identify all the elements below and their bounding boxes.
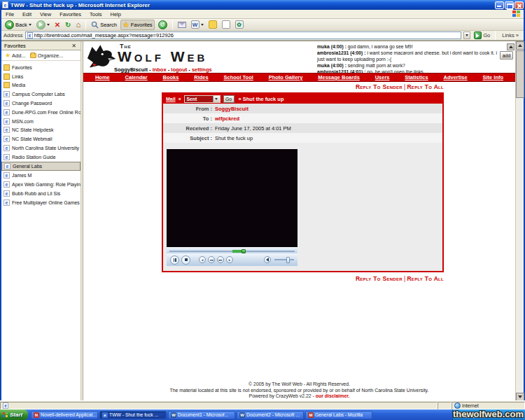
favorites-item[interactable]: NC State Webmail (1, 134, 80, 144)
go-button[interactable]: Go (472, 30, 491, 41)
nav-link[interactable]: Message Boards (318, 74, 360, 80)
nav-link[interactable]: Rides (194, 74, 208, 80)
word-dropdown-icon[interactable] (201, 24, 204, 26)
home-button[interactable]: ⌂ (74, 20, 82, 30)
page-scrollbar[interactable] (515, 41, 524, 401)
organize-favorites-button[interactable]: Organize... (30, 52, 64, 59)
menu-item[interactable]: File (1, 11, 18, 18)
video-screen[interactable] (167, 149, 298, 247)
address-dropdown-button[interactable] (463, 31, 470, 39)
favorites-item[interactable]: Bubb Rubb and Lil Sis (1, 189, 80, 198)
maximize-button[interactable] (505, 1, 514, 9)
header-value[interactable]: Shut the fuck up (215, 135, 253, 141)
links-button[interactable]: Links » (499, 32, 522, 38)
menu-item[interactable]: Help (106, 11, 125, 18)
history-button[interactable]: ↺ (157, 20, 169, 30)
forward-button[interactable] (35, 20, 51, 30)
header-value[interactable]: wlfpckred (215, 115, 239, 122)
back-dropdown-icon[interactable] (29, 24, 31, 26)
edit-with-word-button[interactable]: W (190, 20, 205, 30)
reply-to-sender-link[interactable]: Reply To Sender (356, 83, 402, 90)
mail-folder-select[interactable]: Sent (184, 95, 220, 103)
start-button[interactable]: Start (0, 410, 28, 420)
stop-button[interactable]: ✕ (53, 20, 62, 30)
nav-link[interactable]: Books (162, 74, 178, 80)
seek-thumb[interactable] (241, 249, 246, 254)
mail-go-button[interactable]: Go (223, 95, 234, 103)
next-button[interactable]: ▸ (226, 256, 233, 263)
scroll-thumb[interactable] (516, 50, 524, 98)
volume-slider[interactable] (274, 259, 294, 260)
pause-button[interactable] (170, 255, 179, 265)
msn-button[interactable]: ✿ (234, 20, 245, 30)
close-favorites-icon[interactable]: ✕ (70, 43, 78, 49)
mail-link[interactable]: Mail (166, 97, 176, 102)
nav-link[interactable]: School Tool (223, 74, 253, 80)
nav-link[interactable]: Statistics (405, 74, 428, 80)
favorites-item[interactable]: James M (1, 171, 80, 180)
select-dropdown-icon[interactable] (213, 96, 220, 102)
inbox-link[interactable]: inbox (153, 66, 167, 73)
taskbar-task[interactable]: W Document1 - Microsof... (168, 411, 235, 419)
favorites-item[interactable]: North Carolina State University (1, 144, 80, 153)
reply-to-all-link[interactable]: Reply To All (407, 275, 444, 282)
fast-forward-button[interactable]: ▸▸ (217, 256, 224, 263)
chat-scroll-up-button[interactable] (507, 43, 514, 50)
taskbar-task[interactable]: M General Labs - Mozilla (305, 411, 372, 419)
rewind-button[interactable]: ◂◂ (208, 256, 215, 263)
favorites-item[interactable]: Campus Computer Labs (1, 90, 80, 99)
reply-to-sender-link[interactable]: Reply To Sender (356, 275, 402, 282)
minimize-button[interactable] (495, 1, 504, 9)
menu-item[interactable]: Favorites (55, 11, 85, 18)
favorites-item[interactable]: Links (1, 72, 80, 81)
nav-link[interactable]: Users (375, 74, 390, 80)
mute-button[interactable] (264, 256, 271, 263)
favorites-item[interactable]: Radio Station Guide (1, 153, 80, 162)
close-button[interactable] (514, 1, 524, 9)
favorites-item[interactable]: Dune-RPG.com Free Online Rol... (1, 108, 80, 117)
favorites-button[interactable]: ★ Favorites (120, 20, 155, 30)
settings-link[interactable]: settings (192, 66, 212, 73)
taskbar-task[interactable]: N Novell-delivered Applicat... (31, 411, 98, 419)
favorites-item[interactable]: Free Multiplayer Online Games (1, 198, 80, 207)
add-favorite-button[interactable]: ★ Add... (5, 52, 26, 59)
favorites-item[interactable]: General Labs (1, 162, 80, 172)
username[interactable]: SoggyBiscuit (114, 66, 148, 73)
header-value[interactable]: SoggyBiscuit (215, 106, 248, 112)
reply-to-all-link[interactable]: Reply To All (407, 83, 444, 90)
taskbar-task[interactable]: e TWW - Shut the fuck ... (99, 411, 167, 419)
stop-playback-button[interactable] (181, 255, 190, 265)
messenger-button[interactable] (207, 20, 218, 30)
nav-link[interactable]: Advertise (443, 74, 467, 80)
header-value[interactable]: Friday June 17, 2005 at 4:01 PM (215, 125, 291, 132)
search-button[interactable]: Search (90, 20, 118, 30)
nav-link[interactable]: Calendar (125, 74, 148, 80)
favorites-item[interactable]: Change Password (1, 99, 80, 108)
previous-button[interactable]: ◂ (199, 256, 206, 263)
menu-item[interactable]: View (36, 11, 55, 18)
nav-link[interactable]: Site Info (482, 74, 503, 80)
taskbar-task[interactable]: W Document2 - Microsoft ... (237, 411, 304, 419)
logout-link[interactable]: logout (171, 66, 187, 73)
favorites-item[interactable]: NC State Helpdesk (1, 126, 80, 135)
menu-item[interactable]: Edit (18, 11, 36, 18)
disclaimer-link[interactable]: our disclaimer. (316, 393, 350, 398)
chat-add-button[interactable]: add (500, 51, 513, 59)
forward-dropdown-icon[interactable] (47, 24, 50, 26)
scroll-up-button[interactable] (516, 41, 524, 50)
mail-button[interactable] (176, 20, 188, 30)
back-button[interactable]: Back (4, 20, 33, 30)
refresh-button[interactable]: ↻ (64, 20, 72, 30)
research-button[interactable] (220, 20, 232, 30)
seek-bar[interactable] (167, 247, 298, 253)
address-field[interactable]: e (25, 31, 462, 39)
favorites-item[interactable]: MSN.com (1, 117, 80, 126)
volume-thumb[interactable] (286, 257, 290, 263)
menu-item[interactable]: Tools (85, 11, 106, 18)
nav-link[interactable]: Photo Gallery (269, 74, 303, 80)
favorites-item[interactable]: Favorites (1, 63, 80, 72)
favorites-item[interactable]: Apex Web Gaming: Role Playing ... (1, 180, 80, 189)
nav-link[interactable]: Home (95, 74, 110, 80)
address-input[interactable] (34, 32, 460, 38)
favorites-item[interactable]: Media (1, 81, 80, 90)
